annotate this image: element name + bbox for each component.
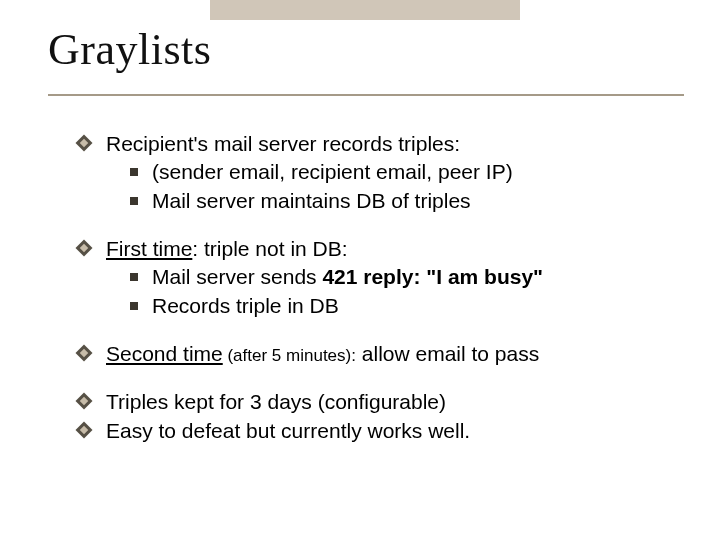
bullet-3-rest: allow email to pass: [356, 342, 539, 365]
bullet-4-text: Triples kept for 3 days (configurable): [78, 388, 680, 416]
bullet-2-sub-2: Records triple in DB: [78, 292, 680, 320]
bullet-5-text: Easy to defeat but currently works well.: [78, 417, 680, 445]
bullet-5: Easy to defeat but currently works well.: [78, 417, 680, 445]
bullet-2-lead-rest: : triple not in DB:: [192, 237, 347, 260]
bullet-3-text: Second time (after 5 minutes): allow ema…: [78, 340, 680, 368]
bullet-3-paren: (after 5 minutes):: [223, 346, 356, 365]
bullet-2: First time: triple not in DB: Mail serve…: [78, 235, 680, 320]
bullet-1: Recipient's mail server records triples:…: [78, 130, 680, 215]
slide-title: Graylists: [48, 24, 211, 75]
bullet-2-sub-1: Mail server sends 421 reply: "I am busy": [78, 263, 680, 291]
bullet-1-sub-1: (sender email, recipient email, peer IP): [78, 158, 680, 186]
bullet-2-text: First time: triple not in DB:: [78, 235, 680, 263]
bullet-4: Triples kept for 3 days (configurable): [78, 388, 680, 416]
bullet-1-sub-2: Mail server maintains DB of triples: [78, 187, 680, 215]
bullet-2-lead-ul: First time: [106, 237, 192, 260]
bullet-2-sub-1-b: 421 reply:: [322, 265, 420, 288]
bullet-3: Second time (after 5 minutes): allow ema…: [78, 340, 680, 368]
slide-content: Recipient's mail server records triples:…: [78, 130, 680, 445]
title-underline: [48, 94, 684, 96]
top-accent-bar: [210, 0, 520, 20]
bullet-1-text: Recipient's mail server records triples:: [78, 130, 680, 158]
bullet-2-sub-1-a: Mail server sends: [152, 265, 322, 288]
bullet-2-sub-1-c: "I am busy": [420, 265, 543, 288]
slide: Graylists Recipient's mail server record…: [0, 0, 720, 540]
bullet-3-lead-ul: Second time: [106, 342, 223, 365]
